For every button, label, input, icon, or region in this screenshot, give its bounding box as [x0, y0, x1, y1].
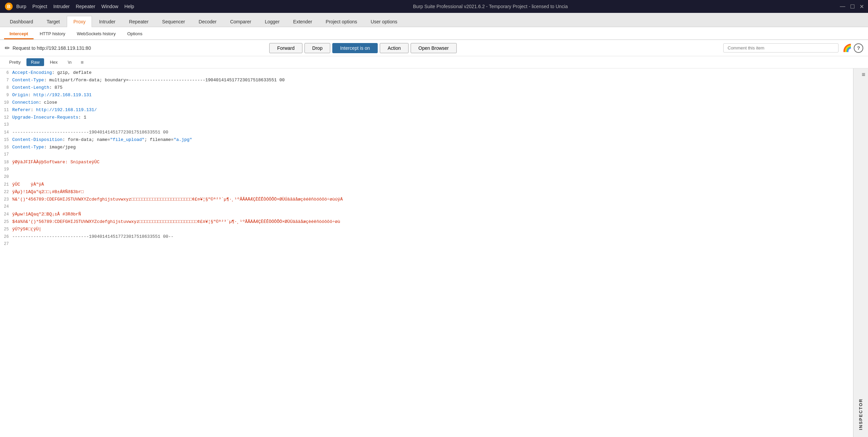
view-tab-pretty[interactable]: Pretty: [5, 58, 25, 66]
line-number: 14: [0, 130, 12, 135]
forward-button[interactable]: Forward: [269, 43, 302, 53]
line-number: 17: [0, 152, 12, 157]
line-content: ÿÄµ}!1AQa"q2□□¡#B±ÁRÑð$3br□: [12, 189, 84, 194]
toolbar: ✏ Request to http://192.168.119.131:80 F…: [0, 40, 868, 56]
tab-sequencer[interactable]: Sequencer: [156, 16, 192, 27]
tab-intruder[interactable]: Intruder: [93, 16, 122, 27]
line-number: 24: [0, 212, 12, 217]
tab-comparer[interactable]: Comparer: [224, 16, 258, 27]
tab-repeater[interactable]: Repeater: [122, 16, 155, 27]
code-line: 12Upgrade-Insecure-Requests: 1: [0, 115, 853, 122]
line-content: ÿÚ?ÿS¢□(ÿÙ|: [12, 227, 41, 232]
maximize-button[interactable]: ☐: [850, 3, 855, 10]
line-content: ÿÛC ÿÀ"ÿÄ: [12, 182, 44, 187]
line-number: 7: [0, 78, 12, 83]
drop-button[interactable]: Drop: [304, 43, 330, 53]
code-line: 27: [0, 241, 853, 249]
code-line: 21ÿÛC ÿÀ"ÿÄ: [0, 182, 853, 189]
help-icon[interactable]: ?: [854, 43, 863, 53]
line-number: 9: [0, 93, 12, 98]
view-menu-icon[interactable]: ≡: [77, 58, 87, 66]
subtab-intercept[interactable]: Intercept: [4, 29, 34, 39]
menu-repeater[interactable]: Repeater: [76, 4, 95, 9]
line-number: 21: [0, 182, 12, 187]
line-number: 18: [0, 160, 12, 165]
tab-target[interactable]: Target: [40, 16, 66, 27]
line-number: 23: [0, 197, 12, 202]
line-number: 12: [0, 115, 12, 120]
subtab-http-history[interactable]: HTTP history: [34, 29, 71, 39]
tab-decoder[interactable]: Decoder: [192, 16, 223, 27]
line-number: 20: [0, 174, 12, 179]
inspector-menu-icon[interactable]: ≡: [862, 71, 865, 78]
subtab-websockets-history[interactable]: WebSockets history: [72, 29, 121, 39]
view-tabs: Pretty Raw Hex \n ≡: [0, 56, 868, 68]
line-number: 27: [0, 242, 12, 246]
menu-window[interactable]: Window: [101, 4, 118, 9]
code-line: 16Content-Type: image/jpeg: [0, 144, 853, 152]
code-line: 15Content-Disposition: form-data; name="…: [0, 137, 853, 144]
code-line: 22ÿÄµ}!1AQa"q2□□¡#B±ÁRÑð$3br□: [0, 189, 853, 196]
app-title: Burp Suite Professional v2021.6.2 - Temp…: [141, 4, 840, 9]
line-content: Upgrade-Insecure-Requests: 1: [12, 115, 86, 120]
line-number: 22: [0, 190, 12, 194]
inspector-label: INSPECTOR: [858, 398, 863, 430]
line-content: Content-Type: multipart/form-data; bound…: [12, 78, 285, 83]
line-number: 11: [0, 108, 12, 112]
code-panel[interactable]: 6Accept-Encoding: gzip, deflate7Content-…: [0, 68, 853, 437]
line-content: %&'()*456789:CDEFGHIJSTUVWXYZcdefghijstu…: [12, 197, 343, 202]
code-line: 19: [0, 167, 853, 174]
content-area: 6Accept-Encoding: gzip, deflate7Content-…: [0, 68, 868, 437]
code-line: 9Origin: http://192.168.119.131: [0, 92, 853, 100]
line-number: 6: [0, 70, 12, 75]
code-line: 24ÿÄµw!1AQaq"2□BQ¡±Â #3RðbrÑ: [0, 211, 853, 219]
line-number: 10: [0, 100, 12, 105]
menu-project[interactable]: Project: [33, 4, 47, 9]
code-line: 18ÿØÿàJFIFÀÀÿþSoftware: SnipasteÿÛC: [0, 159, 853, 167]
line-number: 25: [0, 220, 12, 224]
code-line: 7Content-Type: multipart/form-data; boun…: [0, 77, 853, 85]
tab-extender[interactable]: Extender: [287, 16, 319, 27]
window-controls: — ☐ ✕: [840, 3, 864, 10]
tab-user-options[interactable]: User options: [364, 16, 404, 27]
code-line: 24: [0, 204, 853, 211]
app-menu: Burp Project Intruder Repeater Window He…: [16, 4, 134, 9]
tab-dashboard[interactable]: Dashboard: [3, 16, 40, 27]
line-number: 13: [0, 122, 12, 127]
line-content: Accept-Encoding: gzip, deflate: [12, 70, 92, 75]
open-browser-button[interactable]: Open Browser: [411, 43, 456, 53]
line-number: 26: [0, 234, 12, 239]
sub-nav: Intercept HTTP history WebSockets histor…: [0, 27, 868, 40]
view-tab-hex[interactable]: Hex: [45, 58, 62, 66]
action-button[interactable]: Action: [380, 43, 409, 53]
line-content: -----------------------------19040141451…: [12, 130, 168, 135]
line-content: -----------------------------19040141451…: [12, 234, 174, 239]
tab-logger[interactable]: Logger: [258, 16, 286, 27]
view-tab-newline[interactable]: \n: [63, 58, 76, 66]
app-icon: B: [4, 2, 14, 11]
code-line: 23%&'()*456789:CDEFGHIJSTUVWXYZcdefghijs…: [0, 196, 853, 204]
comment-input[interactable]: [723, 43, 839, 53]
line-content: $4á%ñ&'()*56789:CDEFGHIJSTUVWXYZcdefghij…: [12, 219, 340, 224]
intercept-button[interactable]: Intercept is on: [332, 43, 378, 53]
view-tab-raw[interactable]: Raw: [26, 58, 44, 66]
close-button[interactable]: ✕: [860, 3, 864, 10]
rainbow-icon[interactable]: 🌈: [843, 44, 852, 53]
tab-project-options[interactable]: Project options: [319, 16, 364, 27]
minimize-button[interactable]: —: [840, 3, 845, 10]
code-line: 14-----------------------------190401414…: [0, 129, 853, 137]
menu-help[interactable]: Help: [124, 4, 134, 9]
menu-burp[interactable]: Burp: [16, 4, 26, 9]
line-content: Content-Type: image/jpeg: [12, 145, 76, 150]
code-line: 26-----------------------------190401414…: [0, 234, 853, 241]
menu-intruder[interactable]: Intruder: [53, 4, 70, 9]
line-number: 24: [0, 204, 12, 209]
line-content: ÿØÿàJFIFÀÀÿþSoftware: SnipasteÿÛC: [12, 160, 99, 165]
subtab-options[interactable]: Options: [122, 29, 148, 39]
tab-proxy[interactable]: Proxy: [67, 16, 92, 27]
svg-text:B: B: [7, 4, 11, 9]
line-content: Connection: close: [12, 100, 57, 105]
line-content: Content-Length: 875: [12, 85, 62, 90]
inspector-panel: ≡ INSPECTOR: [853, 68, 868, 437]
code-line: 13: [0, 122, 853, 129]
